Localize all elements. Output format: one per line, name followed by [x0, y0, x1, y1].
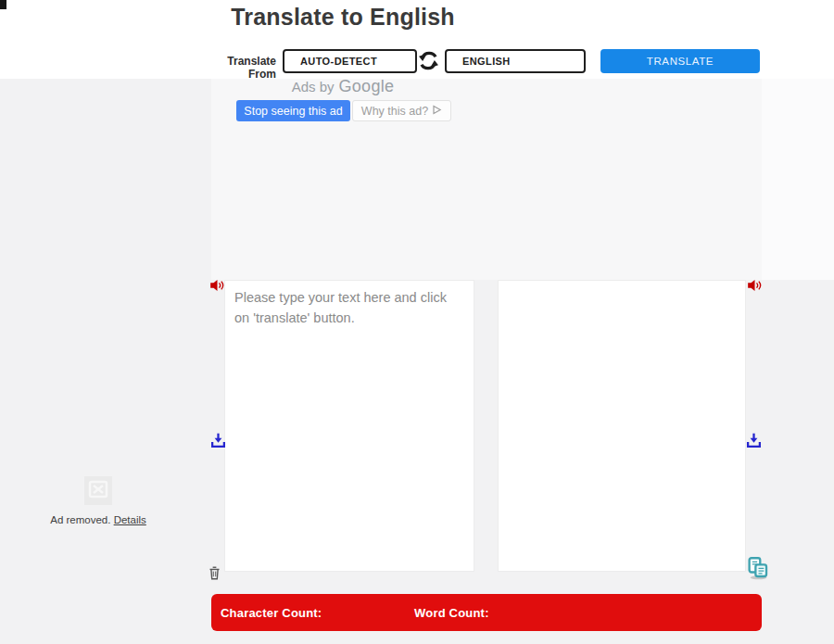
ad-removed-text: Ad removed. Details — [24, 514, 172, 525]
adchoices-icon — [432, 105, 442, 118]
source-text-input[interactable] — [224, 280, 474, 572]
removed-ad-image — [84, 476, 112, 505]
to-language-select[interactable] — [445, 49, 586, 73]
ads-by-google-label: Ads byGoogle — [232, 77, 454, 96]
page-title: Translate to English — [0, 4, 686, 31]
speak-target-button[interactable] — [747, 278, 763, 293]
swap-languages-button[interactable] — [416, 47, 440, 75]
count-footer-bar: Character Count: Word Count: — [211, 594, 762, 631]
download-icon — [210, 438, 226, 452]
ad-removed-label: Ad removed. — [50, 514, 110, 525]
why-this-ad-label: Why this ad? — [361, 105, 428, 118]
from-language-select[interactable] — [283, 49, 417, 73]
word-count-label: Word Count: — [414, 606, 489, 620]
character-count-label: Character Count: — [221, 606, 322, 620]
speaker-icon — [747, 282, 763, 296]
swap-languages-icon — [417, 63, 440, 77]
download-target-button[interactable] — [746, 432, 762, 449]
google-logo-text: Google — [339, 77, 395, 95]
removed-image-icon — [88, 480, 108, 502]
copy-translation-button[interactable] — [746, 556, 771, 580]
clear-text-button[interactable] — [208, 565, 221, 581]
target-text-output[interactable] — [498, 280, 746, 572]
stop-seeing-ad-button[interactable]: Stop seeing this ad — [236, 100, 350, 121]
speak-source-button[interactable] — [209, 278, 225, 293]
download-icon — [746, 438, 762, 452]
trash-icon — [208, 570, 221, 584]
copy-icon — [746, 569, 771, 583]
speaker-icon — [209, 282, 225, 296]
download-source-button[interactable] — [210, 432, 226, 449]
translate-button[interactable]: TRANSLATE — [600, 49, 760, 73]
right-margin-background — [762, 79, 834, 280]
why-this-ad-button[interactable]: Why this ad? — [352, 100, 451, 121]
ad-removed-details-link[interactable]: Details — [114, 514, 146, 525]
ads-by-text: Ads by — [292, 79, 335, 95]
